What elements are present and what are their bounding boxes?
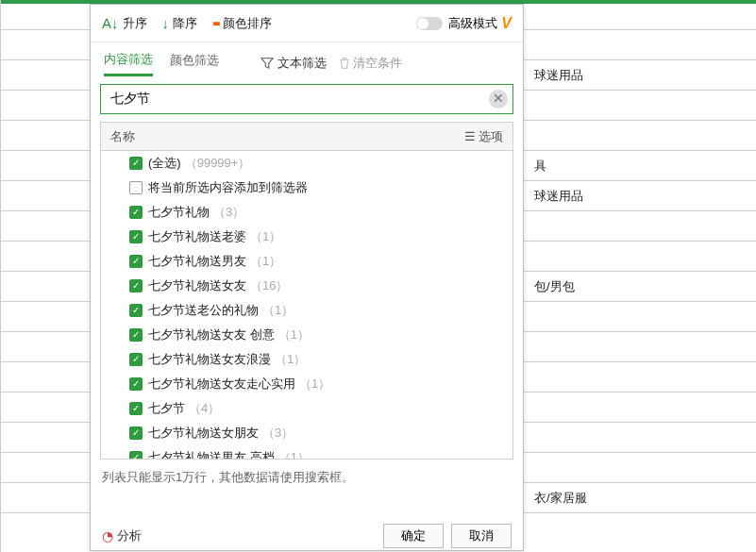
filter-item-list[interactable]: (全选)（99999+）将当前所选内容添加到筛选器七夕节礼物（3）七夕节礼物送老… [100, 150, 513, 460]
tab-color-filter[interactable]: 颜色筛选 [170, 52, 219, 75]
color-sort-button[interactable]: ▪▪ 颜色排序 [212, 15, 272, 32]
list-item[interactable]: (全选)（99999+） [101, 151, 512, 176]
item-label: 七夕节礼物送女友 创意 [148, 326, 275, 343]
list-hint: 列表只能显示1万行，其他数据请使用搜索框。 [102, 469, 512, 486]
item-count: （16） [250, 277, 288, 294]
advanced-label: 高级模式 [448, 15, 497, 32]
checkbox[interactable] [129, 304, 143, 317]
vip-icon: V [501, 15, 512, 32]
panel-footer: ◔ 分析 确定 取消 [91, 522, 523, 550]
item-count: （1） [299, 376, 330, 393]
hamburger-icon: ☰ [464, 129, 475, 143]
checkbox[interactable] [129, 377, 143, 391]
sort-desc-button[interactable]: ↓ 降序 [162, 15, 198, 32]
item-label: (全选) [148, 155, 181, 172]
checkbox[interactable] [129, 255, 143, 268]
pie-icon: ◔ [102, 528, 113, 544]
sort-desc-icon: ↓ [162, 15, 170, 31]
list-item[interactable]: 七夕节礼物送女友（16） [101, 274, 512, 298]
checkbox[interactable] [129, 181, 143, 194]
advanced-toggle[interactable] [416, 17, 443, 30]
list-item[interactable]: 七夕节礼物送男友（1） [101, 249, 512, 274]
color-sort-label: 颜色排序 [223, 15, 272, 32]
item-label: 七夕节礼物送女友走心实用 [148, 376, 295, 393]
item-count: （1） [278, 449, 310, 460]
item-label: 将当前所选内容添加到筛选器 [148, 179, 308, 196]
checkbox[interactable] [129, 451, 143, 460]
checkbox[interactable] [129, 206, 143, 219]
clear-search-icon[interactable]: ✕ [489, 90, 508, 109]
item-count: （1） [250, 228, 281, 245]
item-count: （1） [275, 351, 306, 368]
list-item[interactable]: 七夕节（4） [101, 396, 512, 421]
sort-asc-button[interactable]: A↓ 升序 [102, 15, 147, 32]
trash-icon [338, 57, 351, 70]
list-item[interactable]: 七夕节礼物送女朋友（3） [101, 421, 512, 445]
list-item[interactable]: 七夕节送老公的礼物（1） [101, 298, 512, 323]
item-count: （99999+） [185, 155, 251, 172]
item-label: 七夕节 [148, 400, 185, 417]
checkbox[interactable] [129, 230, 143, 243]
column-name: 名称 [110, 128, 135, 145]
color-sort-icon: ▪▪ [212, 15, 219, 31]
item-count: （1） [250, 253, 281, 270]
item-label: 七夕节礼物送女友浪漫 [148, 351, 271, 368]
options-label: 选项 [479, 128, 503, 145]
list-item[interactable]: 七夕节礼物（3） [101, 200, 512, 225]
text-filter-label: 文本筛选 [277, 55, 327, 72]
tab-content-filter[interactable]: 内容筛选 [104, 51, 153, 76]
sort-toolbar: A↓ 升序 ↓ 降序 ▪▪ 颜色排序 高级模式 V [91, 5, 523, 42]
item-count: （1） [262, 302, 294, 319]
ok-button[interactable]: 确定 [383, 524, 444, 548]
sort-asc-label: 升序 [123, 15, 147, 32]
list-item[interactable]: 七夕节礼物送女友走心实用（1） [101, 372, 512, 396]
funnel-icon [260, 57, 274, 70]
analyze-button[interactable]: ◔ 分析 [102, 527, 142, 544]
list-item[interactable]: 将当前所选内容添加到筛选器 [101, 176, 512, 200]
checkbox[interactable] [129, 328, 143, 342]
filter-tabs: 内容筛选 颜色筛选 文本筛选 清空条件 [91, 42, 523, 84]
checkbox[interactable] [129, 402, 143, 415]
item-count: （3） [262, 425, 294, 442]
list-item[interactable]: 七夕节礼物送女友 创意（1） [101, 323, 512, 347]
search-input[interactable] [100, 84, 513, 114]
checkbox[interactable] [129, 157, 143, 170]
checkbox[interactable] [129, 279, 143, 293]
item-label: 七夕节礼物送男友 高档 [148, 449, 275, 460]
text-filter-button[interactable]: 文本筛选 [260, 55, 327, 72]
clear-filter-button[interactable]: 清空条件 [338, 55, 402, 72]
list-header: 名称 ☰ 选项 [100, 122, 513, 150]
list-item[interactable]: 七夕节礼物送男友 高档（1） [101, 445, 512, 460]
sort-desc-label: 降序 [173, 15, 197, 32]
sort-asc-icon: A↓ [102, 15, 119, 31]
item-label: 七夕节礼物 [148, 204, 210, 221]
item-count: （3） [213, 204, 244, 221]
item-label: 七夕节礼物送女朋友 [148, 425, 259, 442]
analyze-label: 分析 [117, 527, 142, 544]
cancel-button[interactable]: 取消 [451, 524, 512, 548]
checkbox[interactable] [129, 427, 143, 440]
checkbox[interactable] [129, 353, 143, 366]
item-label: 七夕节礼物送老婆 [148, 228, 246, 245]
list-item[interactable]: 七夕节礼物送老婆（1） [101, 225, 512, 249]
item-count: （1） [278, 326, 310, 343]
filter-dropdown-panel: A↓ 升序 ↓ 降序 ▪▪ 颜色排序 高级模式 V 内容筛选 颜色筛选 文本筛选… [90, 4, 524, 551]
item-label: 七夕节送老公的礼物 [148, 302, 259, 319]
item-count: （4） [189, 400, 220, 417]
item-label: 七夕节礼物送男友 [148, 253, 246, 270]
item-label: 七夕节礼物送女友 [148, 277, 246, 294]
clear-label: 清空条件 [353, 55, 402, 72]
list-item[interactable]: 七夕节礼物送女友浪漫（1） [101, 347, 512, 372]
search-box: ✕ [100, 84, 513, 114]
options-button[interactable]: ☰ 选项 [464, 128, 503, 145]
